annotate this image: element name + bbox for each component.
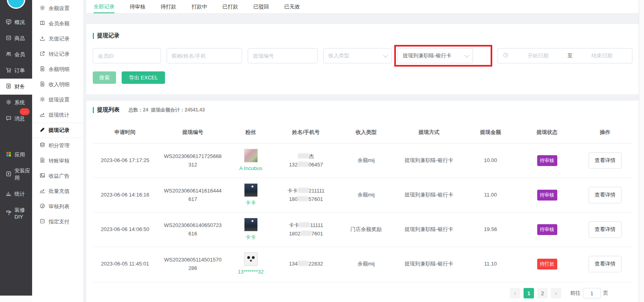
tab-待审核[interactable]: 待审核 — [130, 0, 145, 13]
filter-buttons-row: 搜索 导出 EXCEL — [93, 71, 632, 84]
primary-sidebar-nav: 概况商品会员订单财务系统消息...应用安装应用统计装修DIY — [0, 14, 32, 224]
tab-全部记录[interactable]: 全部记录 — [94, 0, 114, 13]
scrollbar-track[interactable] — [639, 0, 644, 302]
cell-withdraw-method: 提现到兼职猫-银行卡 — [393, 257, 465, 270]
filter-date-range[interactable]: 开始日期至结束日期 — [497, 48, 632, 63]
sidebar-item-会员[interactable]: 会员 — [0, 47, 32, 63]
chevron-down-icon — [383, 53, 389, 58]
submenu-item-审核列表[interactable]: 审核列表 — [32, 199, 83, 214]
submenu-item-余额设置[interactable]: 余额设置 — [32, 1, 83, 16]
start-date-placeholder: 开始日期 — [513, 52, 563, 59]
stats-icon — [6, 191, 12, 198]
cell-withdraw-code: WS20230606140650723616 — [157, 219, 228, 240]
filter-input-field[interactable] — [98, 53, 156, 59]
column-header-操作: 操作 — [578, 129, 632, 136]
doc-icon — [39, 157, 45, 164]
cell-status: 待审核 — [516, 187, 578, 203]
view-details-button[interactable]: 查看详情 — [589, 256, 622, 272]
cell-status: 待审核 — [516, 222, 578, 237]
cell-income-type: 余额mij — [339, 154, 393, 167]
submenu-item-提现记录[interactable]: 提现记录 — [32, 123, 83, 138]
column-header-提现方式: 提现方式 — [393, 129, 465, 136]
cell-fan: 卡卡 — [228, 181, 273, 209]
secondary-sidebar-nav: 余额设置会员余额充值记录转让记录余额明细收入明细提现设置提现统计提现记录积分管理… — [32, 1, 83, 229]
column-header-粉丝: 粉丝 — [228, 129, 273, 136]
tab-打款中[interactable]: 打款中 — [192, 0, 207, 13]
tab-待打款[interactable]: 待打款 — [161, 0, 176, 13]
filter-input-field[interactable] — [253, 53, 312, 59]
download-icon — [39, 35, 45, 43]
submenu-item-积分管理[interactable]: 积分管理 — [32, 138, 83, 153]
cell-name-phone: 卡卡21111118057601 — [273, 184, 338, 205]
fan-name-link[interactable]: 卡卡 — [246, 233, 256, 241]
fan-avatar — [244, 149, 258, 162]
fan-name-link[interactable]: A Incubus — [239, 164, 262, 172]
sidebar-item-装修DIY[interactable]: 装修DIY — [0, 202, 32, 224]
cell-action: 查看详情 — [578, 150, 632, 171]
submenu-item-提现设置[interactable]: 提现设置 — [32, 92, 83, 107]
submenu-item-充值记录[interactable]: 充值记录 — [32, 31, 83, 47]
sidebar-item-订单[interactable]: 订单 — [0, 63, 32, 79]
submenu-item-指定支付[interactable]: 指定支付 — [32, 214, 83, 229]
record-tabs: 全部记录待审核待打款打款中已打款已驳回已无效 — [86, 0, 639, 14]
tab-已打款[interactable]: 已打款 — [222, 0, 238, 13]
submenu-item-转让记录[interactable]: 转让记录 — [32, 47, 83, 62]
cell-action: 查看详情 — [578, 253, 632, 274]
submenu-item-转账审核[interactable]: 转账审核 — [32, 153, 83, 168]
cell-amount: 10.00 — [465, 154, 516, 167]
submenu-item-收益广告[interactable]: 收益广告 — [32, 168, 83, 184]
next-page-button[interactable]: › — [551, 288, 561, 298]
main-content: 全部记录待审核待打款打款中已打款已驳回已无效 提现记录 收入类型提现到兼职猫-银… — [83, 0, 644, 302]
page-button-2[interactable]: 2 — [537, 288, 548, 298]
sidebar-item-安装应用[interactable]: 安装应用 — [0, 163, 32, 186]
sidebar-item-商品[interactable]: 商品 — [0, 30, 32, 47]
doc-icon — [39, 81, 45, 88]
filter-input-field[interactable] — [172, 53, 237, 59]
filter-select-收入类型[interactable]: 收入类型 — [323, 48, 392, 63]
filter-select-提现到兼职猫-银行卡[interactable]: 提现到兼职猫-银行卡 — [397, 48, 473, 63]
cell-withdraw-method: 提现到兼职猫-银行卡 — [393, 223, 465, 236]
goto-page-input[interactable] — [583, 288, 601, 298]
end-date-placeholder: 结束日期 — [577, 52, 627, 59]
view-details-button[interactable]: 查看详情 — [589, 221, 622, 237]
search-button[interactable]: 搜索 — [93, 71, 116, 84]
cell-withdraw-code: WS20230606171725668312 — [157, 150, 228, 171]
monitor-icon — [6, 19, 12, 26]
cell-name-phone: 13422832 — [273, 257, 338, 270]
sidebar-item-应用[interactable]: 应用 — [0, 147, 32, 163]
fan-name-link[interactable]: 13*******32 — [238, 268, 263, 276]
list-section-title: 提现列表 总数：24 提现金额合计：24541.43 — [93, 106, 632, 114]
export-excel-button[interactable]: 导出 EXCEL — [122, 71, 165, 84]
view-details-button[interactable]: 查看详情 — [589, 187, 622, 203]
view-details-button[interactable]: 查看详情 — [589, 152, 622, 168]
status-badge: 待审核 — [537, 155, 557, 166]
tab-已无效[interactable]: 已无效 — [284, 0, 300, 13]
fan-name-link[interactable]: 卡卡 — [246, 199, 256, 207]
status-badge: 待审核 — [537, 224, 557, 235]
fan-avatar — [244, 218, 258, 231]
redacted-blur — [298, 153, 309, 158]
submenu-item-收入明细[interactable]: 收入明细 — [32, 77, 83, 92]
submenu-item-会员余额[interactable]: 会员余额 — [32, 16, 83, 31]
table-row: 2023-06-05 11:45:01WS2023060511450157028… — [93, 247, 632, 281]
sidebar-item-概况[interactable]: 概况 — [0, 14, 32, 30]
green-bar-icon — [93, 33, 94, 39]
filter-fields-row: 收入类型提现到兼职猫-银行卡开始日期至结束日期 — [93, 48, 632, 63]
list-panel: 提现列表 总数：24 提现金额合计：24541.43 申请时间提现编号粉丝姓名/… — [86, 101, 639, 302]
submenu-item-余额明细[interactable]: 余额明细 — [32, 62, 83, 77]
sidebar-item-财务[interactable]: 财务 — [0, 79, 32, 95]
sidebar-item-消息[interactable]: 消息... — [0, 111, 32, 127]
pagination: ‹12›前往页 — [93, 282, 632, 302]
submenu-item-批量充值[interactable]: 批量充值 — [32, 184, 83, 199]
cell-withdraw-method: 提现到兼职猫-银行卡 — [393, 154, 465, 167]
list-summary: 总数：24 提现金额合计：24541.43 — [128, 107, 205, 114]
sidebar-item-统计[interactable]: 统计 — [0, 186, 32, 202]
submenu-item-提现统计[interactable]: 提现统计 — [32, 107, 83, 123]
status-badge: 待审核 — [537, 190, 557, 201]
tab-已驳回[interactable]: 已驳回 — [253, 0, 269, 13]
page-button-1[interactable]: 1 — [524, 288, 534, 298]
app-logo[interactable] — [7, 0, 25, 11]
secondary-sidebar: 余额设置会员余额充值记录转让记录余额明细收入明细提现设置提现统计提现记录积分管理… — [32, 0, 83, 302]
prev-page-button[interactable]: ‹ — [510, 288, 520, 298]
cell-apply-time: 2023-06-06 17:17:25 — [93, 154, 157, 167]
